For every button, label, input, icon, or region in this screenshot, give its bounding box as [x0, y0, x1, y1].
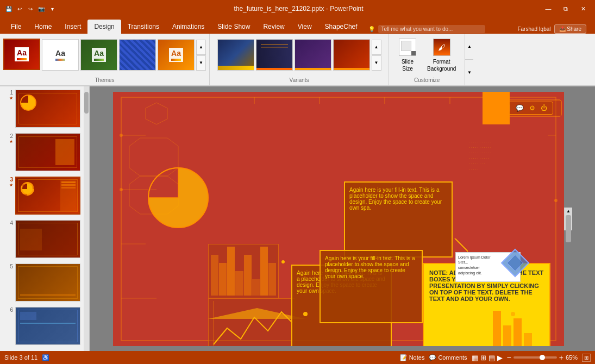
reading-view-btn[interactable]: ▤	[488, 354, 495, 362]
theme-3[interactable]: Aa	[80, 39, 117, 71]
variant-1[interactable]	[217, 39, 254, 71]
accessibility-icon[interactable]: ♿	[42, 354, 49, 361]
slide-num-6: 6	[10, 307, 13, 313]
maximize-btn[interactable]: ⧉	[558, 3, 573, 14]
diamond-shape	[499, 247, 531, 279]
text-box-3[interactable]: Again here is your fill-in text. This is…	[320, 250, 423, 323]
slide-preview-6[interactable]	[15, 307, 80, 345]
canvas-area: 📊 💬 ⚙ ⏻ · · · ·	[90, 86, 595, 351]
connector-dot-2	[511, 312, 515, 316]
theme-1[interactable]: Aa	[3, 39, 40, 71]
slide-thumb-5[interactable]: 5	[2, 262, 87, 303]
format-background-button[interactable]: 🖌 FormatBackground	[424, 36, 459, 74]
svg-point-8	[120, 188, 123, 191]
slide-num-5: 5	[10, 263, 13, 269]
slide-canvas[interactable]: 📊 💬 ⚙ ⏻ · · · ·	[113, 92, 564, 346]
variant-2[interactable]	[256, 39, 293, 71]
themes-scroll-down[interactable]: ▼	[196, 55, 206, 71]
theme-4[interactable]	[119, 39, 156, 71]
slide-thumb-3[interactable]: 3 ★	[2, 175, 87, 216]
world-map: · · · · · · · · · · · · · · · · · · · · …	[466, 135, 548, 179]
minimize-btn[interactable]: —	[541, 3, 556, 14]
themes-scroll-up[interactable]: ▲	[196, 40, 206, 55]
scroll-up-btn[interactable]: ▲	[565, 208, 572, 215]
variant-3[interactable]	[295, 39, 331, 71]
redo-btn[interactable]: ↪	[26, 4, 35, 13]
tell-me-input[interactable]: Tell me what you want to do...	[378, 25, 486, 33]
line-chart	[208, 298, 295, 346]
user-name[interactable]: Farshad Iqbal	[517, 26, 550, 32]
power-icon[interactable]: ⏻	[541, 104, 547, 112]
variants-scroll: ▲ ▼	[372, 40, 381, 71]
customize-buttons: SlideSize 🖌 FormatBackground	[394, 36, 459, 74]
slide-thumb-6[interactable]: 6	[2, 306, 87, 346]
zoom-slider[interactable]	[513, 356, 557, 359]
slide-panel: 1 ★ 2 ★	[0, 86, 90, 351]
title-bar-left: 💾 ↩ ↪ 📷 ▾	[4, 4, 57, 13]
connector-dot-3	[281, 260, 285, 263]
zoom-thumb[interactable]	[540, 355, 545, 360]
tab-slideshow[interactable]: Slide Show	[211, 20, 256, 34]
variants-scroll-down[interactable]: ▼	[372, 55, 381, 71]
slide-thumb-2[interactable]: 2 ★	[2, 132, 87, 172]
notes-icon: 📝	[400, 354, 408, 361]
comments-button[interactable]: 💬 Comments	[429, 354, 467, 361]
slide-star-2: ★	[9, 139, 13, 144]
tab-file[interactable]: File	[4, 20, 28, 34]
variants-scroll-up[interactable]: ▲	[372, 40, 381, 55]
slide-thumb-4[interactable]: 4	[2, 219, 87, 259]
tab-review[interactable]: Review	[256, 20, 291, 34]
tab-design[interactable]: Design	[87, 20, 121, 34]
tab-insert[interactable]: Insert	[58, 20, 87, 34]
themes-content: Aa Aa Aa	[3, 36, 206, 74]
zoom-in-btn[interactable]: +	[559, 353, 563, 362]
theme-2[interactable]: Aa	[42, 39, 79, 71]
tab-shapechef[interactable]: ShapeChef	[318, 20, 364, 34]
scroll-thumb-v[interactable]	[566, 215, 571, 242]
slide-star-1: ★	[9, 96, 13, 101]
quick-access-toolbar: 💾 ↩ ↪ 📷 ▾	[4, 4, 57, 13]
tab-view[interactable]: View	[291, 20, 318, 34]
fit-slide-btn[interactable]: ⊞	[582, 354, 591, 362]
slide-thumb-1[interactable]: 1 ★	[2, 89, 87, 129]
slide-preview-1[interactable]	[15, 90, 80, 128]
slide-preview-4[interactable]	[15, 220, 80, 258]
settings-icon[interactable]: ⚙	[529, 104, 535, 112]
screenshot-btn[interactable]: 📷	[37, 4, 46, 13]
more-btn[interactable]: ▾	[48, 4, 57, 13]
zoom-out-btn[interactable]: −	[507, 353, 511, 362]
svg-point-9	[554, 199, 558, 202]
canvas-scrollbar-v: ▲ ▼ ▪	[564, 208, 572, 230]
file-name: the_future_is_here_21202.pptx - PowerPoi…	[234, 5, 363, 12]
close-btn[interactable]: ✕	[575, 3, 591, 14]
normal-view-btn[interactable]: ▦	[472, 354, 478, 362]
svg-text:· · · ·  · ·  · · · · ·: · · · · · · · · · · ·	[469, 140, 491, 144]
theme-5[interactable]: Aa	[158, 39, 195, 71]
ribbon-scroll-down[interactable]: ▼	[465, 60, 473, 85]
ribbon-scroll-up[interactable]: ▲	[465, 34, 473, 60]
slide-size-button[interactable]: SlideSize	[394, 36, 421, 74]
slideshow-btn[interactable]: ▶	[497, 354, 503, 362]
undo-btn[interactable]: ↩	[15, 4, 24, 13]
tab-animations[interactable]: Animations	[166, 20, 211, 34]
text-box-1-content: Again here is your fill-in text. This is…	[349, 187, 442, 211]
view-controls: ▦ ⊞ ▤ ▶	[472, 354, 503, 362]
main-area: 1 ★ 2 ★	[0, 86, 595, 351]
notes-button[interactable]: 📝 Notes	[400, 354, 425, 361]
variants-label: Variants	[213, 75, 385, 83]
tab-home[interactable]: Home	[28, 20, 58, 34]
chat-icon[interactable]: 💬	[516, 104, 524, 112]
panel-scroll-thumb[interactable]	[84, 92, 89, 114]
slide-sorter-btn[interactable]: ⊞	[480, 354, 486, 362]
panel-scrollbar[interactable]	[84, 86, 89, 351]
slide-preview-3[interactable]	[15, 177, 80, 215]
tab-transitions[interactable]: Transitions	[121, 20, 166, 34]
status-bar: Slide 3 of 11 ♿ 📝 Notes 💬 Comments ▦ ⊞ ▤…	[0, 351, 595, 364]
slide-preview-2[interactable]	[15, 133, 80, 171]
share-button[interactable]: 📤 Share	[554, 24, 586, 34]
slide-preview-5[interactable]	[15, 263, 80, 302]
text-box-1[interactable]: Again here is your fill-in text. This is…	[344, 181, 453, 258]
slide-num-2: 2	[10, 133, 13, 139]
save-btn[interactable]: 💾	[4, 4, 13, 13]
variant-4[interactable]	[333, 39, 370, 71]
